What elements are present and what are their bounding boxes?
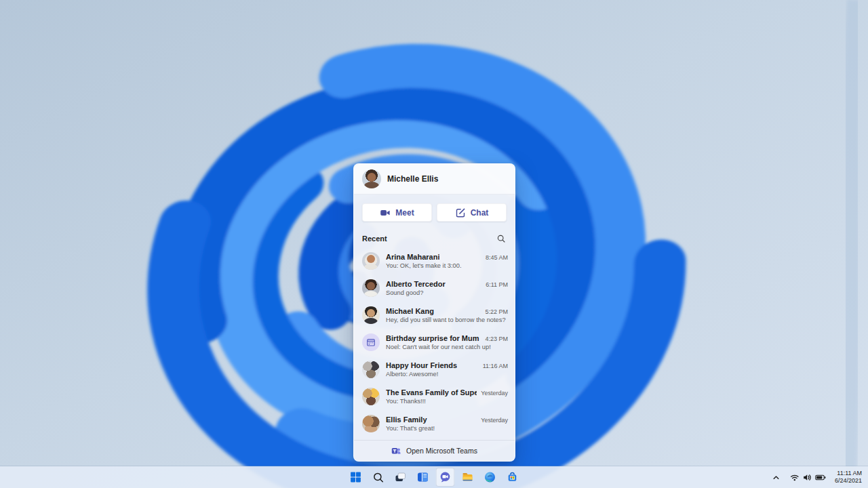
conversation-name: Happy Hour Friends	[386, 361, 457, 370]
teams-chat-button[interactable]	[436, 468, 455, 487]
task-view-icon	[395, 471, 407, 483]
user-name: Michelle Ellis	[387, 174, 438, 184]
recent-label: Recent	[362, 235, 387, 243]
conversation-preview: Hey, did you still want to borrow the no…	[386, 316, 508, 324]
conversation-time: 8:45 AM	[486, 254, 508, 261]
group-avatar	[362, 361, 380, 378]
conversation-time: Yesterday	[481, 417, 508, 424]
calendar-icon	[366, 338, 376, 347]
conversation-name: Michael Kang	[386, 307, 434, 316]
search-button[interactable]	[496, 233, 507, 244]
microsoft-store-icon	[507, 471, 519, 483]
recent-row: Recent	[354, 222, 515, 247]
flyout-header: Michelle Ellis	[354, 164, 515, 195]
conversation-preview: You: OK, let's make it 3:00.	[386, 262, 508, 270]
conversation-birthday-surprise[interactable]: Birthday surprise for Mum 4:23 PM Noel: …	[354, 329, 515, 356]
conversation-preview: Noel: Can't wait for our next catch up!	[386, 343, 508, 351]
edge-button[interactable]	[481, 468, 500, 487]
conversation-preview: You: Thanks!!!	[386, 397, 508, 405]
teams-chat-icon	[439, 471, 452, 483]
group-avatar	[362, 415, 380, 432]
avatar	[362, 279, 380, 297]
taskbar: 11:11 AM 6/24/2021	[0, 466, 868, 488]
quick-settings-button[interactable]	[788, 468, 828, 487]
search-icon	[497, 235, 506, 243]
widgets-icon	[417, 471, 429, 483]
open-teams-label: Open Microsoft Teams	[406, 447, 477, 455]
conversation-time: 6:11 PM	[486, 281, 508, 288]
user-avatar	[362, 169, 381, 188]
video-camera-icon	[380, 207, 391, 218]
conversation-happy-hour[interactable]: Happy Hour Friends 11:16 AM Alberto: Awe…	[354, 356, 515, 383]
search-icon	[372, 472, 384, 483]
conversation-evans-family[interactable]: The Evans Family of Supers Yesterday You…	[354, 383, 515, 410]
volume-icon	[803, 473, 812, 482]
compose-icon	[455, 207, 466, 218]
chevron-up-icon	[772, 473, 781, 482]
meet-button-label: Meet	[395, 208, 414, 218]
meet-button[interactable]: Meet	[362, 203, 432, 222]
hidden-icons-chevron-button[interactable]	[770, 468, 783, 487]
conversation-alberto[interactable]: Alberto Tercedor 6:11 PM Sound good?	[354, 274, 515, 302]
taskbar-search-button[interactable]	[369, 468, 388, 487]
conversation-arina[interactable]: Arina Maharani 8:45 AM You: OK, let's ma…	[354, 247, 515, 274]
conversation-list: Arina Maharani 8:45 AM You: OK, let's ma…	[354, 247, 515, 437]
conversation-time: 11:16 AM	[483, 363, 508, 369]
conversation-preview: Alberto: Awesome!	[386, 370, 508, 378]
conversation-name: Arina Maharani	[386, 253, 439, 262]
teams-chat-flyout: Michelle Ellis Meet Chat Recent	[353, 163, 515, 462]
system-tray: 11:11 AM 6/24/2021	[770, 466, 864, 488]
conversation-time: 4:23 PM	[485, 336, 508, 342]
tray-time: 11:11 AM	[835, 470, 862, 477]
conversation-name: Alberto Tercedor	[386, 280, 446, 289]
conversation-name: The Evans Family of Supers	[386, 388, 477, 397]
chat-button[interactable]: Chat	[437, 203, 507, 222]
battery-icon	[815, 473, 826, 482]
taskbar-center-icons	[347, 466, 522, 488]
conversation-preview: You: That's great!	[386, 424, 508, 432]
clock-tray-button[interactable]: 11:11 AM 6/24/2021	[833, 468, 864, 487]
conversation-time: Yesterday	[481, 390, 508, 396]
task-view-button[interactable]	[391, 468, 410, 487]
avatar	[362, 252, 380, 270]
wifi-icon	[790, 473, 800, 482]
start-button[interactable]	[347, 468, 366, 487]
file-explorer-icon	[462, 471, 474, 483]
conversation-michael[interactable]: Michael Kang 5:22 PM Hey, did you still …	[354, 302, 515, 329]
teams-logo-icon	[391, 446, 401, 455]
group-avatar	[362, 388, 380, 405]
file-explorer-button[interactable]	[458, 468, 477, 487]
tray-date: 6/24/2021	[835, 477, 862, 485]
edge-icon	[484, 471, 496, 483]
windows-logo-icon	[350, 471, 362, 483]
widgets-button[interactable]	[414, 468, 433, 487]
conversation-preview: Sound good?	[386, 289, 508, 297]
conversation-name: Ellis Family	[386, 415, 427, 424]
conversation-ellis-family[interactable]: Ellis Family Yesterday You: That's great…	[354, 410, 515, 437]
open-microsoft-teams-button[interactable]: Open Microsoft Teams	[354, 440, 515, 461]
microsoft-store-button[interactable]	[503, 468, 522, 487]
chat-button-label: Chat	[471, 208, 489, 218]
calendar-avatar	[362, 333, 380, 351]
conversation-name: Birthday surprise for Mum	[386, 334, 479, 343]
action-buttons-row: Meet Chat	[354, 195, 515, 222]
avatar	[362, 306, 380, 324]
conversation-time: 5:22 PM	[485, 308, 508, 315]
